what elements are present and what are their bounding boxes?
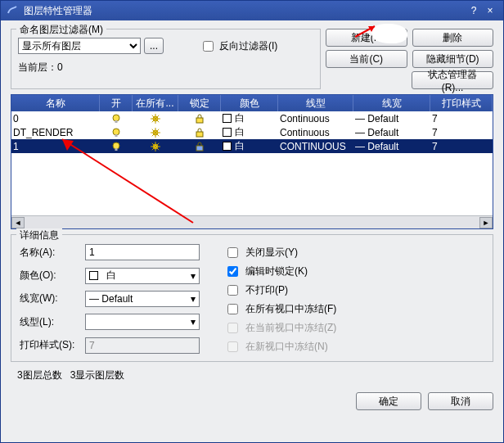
detail-color-label: 颜色(O):	[20, 269, 85, 283]
detail-name-label: 名称(A):	[20, 246, 85, 260]
th-pstyle[interactable]: 打印样式	[430, 95, 493, 111]
named-filter-group: 命名图层过滤器(M) 显示所有图层 ... 反向过滤器(I) 当前层：0	[11, 29, 321, 89]
freeze-all-icon[interactable]	[133, 113, 178, 124]
th-lock[interactable]: 锁定	[178, 95, 221, 111]
cell-linetype[interactable]: Continuous	[278, 113, 353, 124]
opt-close_display-input[interactable]	[227, 247, 238, 258]
help-button[interactable]: ?	[466, 5, 482, 16]
current-layer-label: 当前层：0	[18, 61, 313, 75]
toggle-on-icon[interactable]	[100, 113, 133, 124]
opt-no_print[interactable]: 不打印(P)	[224, 283, 336, 298]
cell-color[interactable]: 白	[221, 139, 278, 153]
ok-button[interactable]: 确定	[356, 392, 421, 410]
cell-lineweight[interactable]: — Default	[353, 127, 430, 138]
cursor-annotation	[371, 24, 407, 43]
svg-rect-25	[196, 132, 203, 137]
th-ltype[interactable]: 线型	[278, 95, 353, 111]
table-row[interactable]: 1白CONTINUOUS— Default7	[11, 139, 493, 153]
svg-rect-27	[115, 148, 117, 151]
filter-legend: 命名图层过滤器(M)	[16, 23, 106, 37]
lock-icon[interactable]	[178, 113, 221, 124]
cell-lineweight[interactable]: — Default	[353, 141, 430, 152]
cell-linetype[interactable]: Continuous	[278, 127, 353, 138]
scroll-right-button[interactable]: ►	[479, 217, 493, 228]
th-on[interactable]: 开	[100, 95, 133, 111]
detail-color-select[interactable]: 白 ▾	[85, 268, 200, 284]
opt-freeze_new_vp-input	[227, 341, 238, 352]
layer-counts: 3图层总数 3显示图层数	[11, 367, 493, 384]
opt-close_display[interactable]: 关闭显示(Y)	[224, 245, 336, 260]
freeze-all-icon[interactable]	[133, 127, 178, 138]
freeze-all-icon[interactable]	[133, 141, 178, 152]
app-logo	[6, 4, 19, 17]
cell-color[interactable]: 白	[221, 111, 278, 125]
opt-freeze_all_vp[interactable]: 在所有视口中冻结(F)	[224, 301, 336, 317]
th-lwid[interactable]: 线宽	[353, 95, 430, 111]
cell-linetype[interactable]: CONTINUOUS	[278, 141, 353, 152]
set-current-button[interactable]: 当前(C)	[326, 50, 407, 68]
details-group: 详细信息 名称(A): 颜色(O): 白 ▾ 线宽(W): — Default …	[11, 234, 493, 362]
invert-filter-input[interactable]	[203, 41, 214, 52]
detail-lwidth-label: 线宽(W):	[20, 292, 85, 305]
detail-pstyle-input	[85, 337, 200, 354]
th-name[interactable]: 名称	[11, 95, 100, 111]
scroll-left-button[interactable]: ◄	[11, 217, 25, 228]
cell-plotstyle[interactable]: 7	[430, 113, 493, 124]
table-row[interactable]: 0白Continuous— Default7	[11, 111, 493, 125]
cell-name: DT_RENDER	[11, 127, 100, 138]
svg-point-26	[113, 142, 119, 149]
detail-name-input[interactable]	[85, 244, 200, 260]
chevron-down-icon: ▾	[191, 316, 196, 328]
detail-pstyle-label: 打印样式(S):	[20, 338, 85, 352]
cell-plotstyle[interactable]: 7	[430, 141, 493, 152]
window-title: 图层特性管理器	[24, 4, 466, 18]
detail-lwidth-select[interactable]: — Default ▾	[85, 291, 200, 307]
details-legend: 详细信息	[16, 228, 62, 242]
opt-lock_edit[interactable]: 编辑时锁定(K)	[224, 264, 336, 279]
detail-ltype-label: 线型(L):	[20, 315, 85, 329]
side-buttons: 新建(... 删除 当前(C) 隐藏细节(D) 状态管理器(R)...	[326, 29, 493, 89]
svg-rect-15	[115, 134, 117, 137]
table-header: 名称 开 在所有... 锁定 颜色 线型 线宽 打印样式	[11, 95, 493, 111]
svg-rect-37	[196, 146, 203, 151]
opt-freeze_new_vp: 在新视口中冻结(N)	[224, 339, 336, 355]
svg-point-14	[113, 129, 119, 135]
lock-icon[interactable]	[178, 141, 221, 152]
filter-browse-button[interactable]: ...	[144, 38, 164, 54]
table-row[interactable]: DT_RENDER白Continuous— Default7	[11, 125, 493, 139]
lock-icon[interactable]	[178, 127, 221, 138]
cell-name: 0	[11, 113, 100, 124]
opt-freeze_cur_vp-input	[227, 323, 238, 333]
filter-select[interactable]: 显示所有图层	[18, 38, 141, 54]
horizontal-scrollbar[interactable]: ◄ ►	[11, 215, 493, 228]
th-color[interactable]: 颜色	[221, 95, 278, 111]
layer-table: 名称 开 在所有... 锁定 颜色 线型 线宽 打印样式 0白Continuou…	[11, 94, 493, 229]
close-button[interactable]: ×	[482, 5, 498, 16]
table-body: 0白Continuous— Default7DT_RENDER白Continuo…	[11, 111, 493, 215]
cell-color[interactable]: 白	[221, 125, 278, 139]
state-manager-button[interactable]: 状态管理器(R)...	[412, 71, 493, 89]
cell-lineweight[interactable]: — Default	[353, 113, 430, 124]
svg-rect-13	[196, 118, 203, 123]
hide-details-button[interactable]: 隐藏细节(D)	[412, 50, 494, 68]
svg-rect-3	[115, 120, 117, 123]
cell-name: 1	[11, 141, 100, 152]
opt-freeze_cur_vp: 在当前视口中冻结(Z)	[224, 320, 336, 336]
detail-ltype-select[interactable]: ▾	[85, 314, 200, 330]
cancel-button[interactable]: 取消	[428, 392, 493, 410]
toggle-on-icon[interactable]	[100, 127, 133, 138]
invert-filter-checkbox[interactable]: 反向过滤器(I)	[200, 38, 277, 54]
cell-plotstyle[interactable]: 7	[430, 127, 493, 138]
chevron-down-icon: ▾	[191, 270, 196, 282]
th-all[interactable]: 在所有...	[133, 95, 178, 111]
chevron-down-icon: ▾	[191, 293, 196, 305]
delete-layer-button[interactable]: 删除	[412, 29, 494, 47]
opt-no_print-input[interactable]	[227, 285, 238, 296]
opt-freeze_all_vp-input[interactable]	[227, 304, 238, 314]
color-swatch-icon	[89, 271, 98, 280]
opt-lock_edit-input[interactable]	[227, 266, 238, 277]
toggle-on-icon[interactable]	[100, 141, 133, 152]
svg-point-2	[113, 115, 119, 121]
